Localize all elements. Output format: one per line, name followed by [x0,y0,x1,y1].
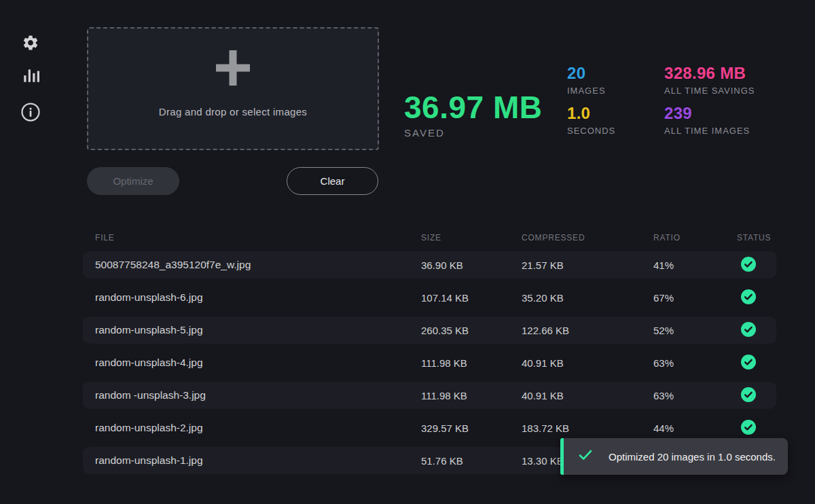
table-header: FILE SIZE COMPRESSED RATIO STATUS [83,226,776,249]
alltime-images-value: 239 [664,104,755,123]
status-cell [737,289,789,306]
table-row[interactable]: random -unsplash-3.jpg 111.98 KB 40.91 K… [83,379,776,412]
size-cell: 260.35 KB [421,325,522,336]
toast-notification[interactable]: Optimized 20 images in 1.0 seconds. [560,438,788,475]
check-circle-icon [741,420,756,437]
table-row[interactable]: 50087758248_a395120f7e_w.jpg 36.90 KB 21… [83,249,776,281]
compressed-cell: 40.91 KB [522,390,653,401]
compressed-cell: 35.20 KB [522,292,653,304]
check-circle-icon [741,257,756,274]
alltime-images-stat: 239 ALL TIME IMAGES [664,104,755,136]
alltime-savings-stat: 328.96 MB ALL TIME SAVINGS [664,64,755,96]
saved-label: SAVED [404,127,542,139]
table-row[interactable]: random-unsplash-4.jpg 111.98 KB 40.91 KB… [83,346,776,379]
size-cell: 36.90 KB [421,259,522,271]
images-value: 20 [567,64,615,83]
file-name-cell: 50087758248_a395120f7e_w.jpg [95,259,421,271]
check-circle-icon [741,387,756,404]
alltime-savings-label: ALL TIME SAVINGS [664,86,755,96]
ratio-cell: 67% [653,292,737,304]
alltime-savings-value: 328.96 MB [664,64,755,83]
status-cell [737,322,789,339]
saved-stat: 36.97 MB SAVED [404,90,542,139]
seconds-label: SECONDS [567,126,615,136]
images-stat: 20 IMAGES [567,64,615,96]
file-name-cell: random-unsplash-2.jpg [95,422,421,434]
compressed-cell: 183.72 KB [522,422,653,434]
about-button[interactable] [19,101,42,124]
check-circle-icon [741,322,756,339]
status-cell [737,420,789,437]
gear-icon [22,34,39,52]
settings-button[interactable] [19,31,42,54]
seconds-stat: 1.0 SECONDS [567,104,615,136]
header-file: FILE [95,233,421,242]
header-status: STATUS [737,233,789,242]
file-name-cell: random-unsplash-5.jpg [95,324,421,336]
dropzone-label: Drag and drop or select images [159,106,307,118]
file-name-cell: random-unsplash-1.jpg [95,454,421,467]
check-icon [579,450,592,463]
compressed-cell: 40.91 KB [522,357,653,369]
header-ratio: RATIO [653,233,737,242]
table-row[interactable]: random-unsplash-5.jpg 260.35 KB 122.66 K… [83,314,776,346]
plus-icon [216,50,250,88]
saved-value: 36.97 MB [404,90,542,125]
toast-message: Optimized 20 images in 1.0 seconds. [609,451,776,463]
check-circle-icon [741,289,756,306]
ratio-cell: 52% [653,325,737,336]
statistics-button[interactable] [19,64,42,87]
size-cell: 329.57 KB [421,422,522,434]
ratio-cell: 63% [653,390,737,401]
sidebar [0,0,60,504]
file-name-cell: random-unsplash-6.jpg [95,291,421,304]
images-label: IMAGES [567,86,615,96]
info-icon [20,102,41,122]
status-cell [737,355,789,372]
optimize-button[interactable]: Optimize [87,167,179,195]
status-cell [737,387,789,404]
ratio-cell: 63% [653,357,737,369]
seconds-value: 1.0 [567,104,615,123]
alltime-images-label: ALL TIME IMAGES [664,126,755,136]
alltime-stats: 328.96 MB ALL TIME SAVINGS 239 ALL TIME … [664,64,755,136]
file-name-cell: random -unsplash-3.jpg [95,389,421,401]
clear-button[interactable]: Clear [287,167,378,195]
size-cell: 111.98 KB [421,357,522,369]
compressed-cell: 122.66 KB [522,325,653,336]
status-cell [737,257,789,274]
size-cell: 107.14 KB [421,292,522,304]
table-row[interactable]: random-unsplash-6.jpg 107.14 KB 35.20 KB… [83,281,776,314]
header-compressed: COMPRESSED [522,233,653,242]
bar-chart-icon [22,67,39,84]
compressed-cell: 21.57 KB [522,259,653,271]
file-name-cell: random-unsplash-4.jpg [95,357,421,369]
size-cell: 111.98 KB [421,390,522,401]
ratio-cell: 41% [653,259,737,271]
check-circle-icon [741,355,756,372]
size-cell: 51.76 KB [421,455,522,467]
ratio-cell: 44% [653,422,737,434]
dropzone[interactable]: Drag and drop or select images [87,27,379,150]
session-stats: 20 IMAGES 1.0 SECONDS [567,64,615,136]
header-size: SIZE [421,233,522,242]
